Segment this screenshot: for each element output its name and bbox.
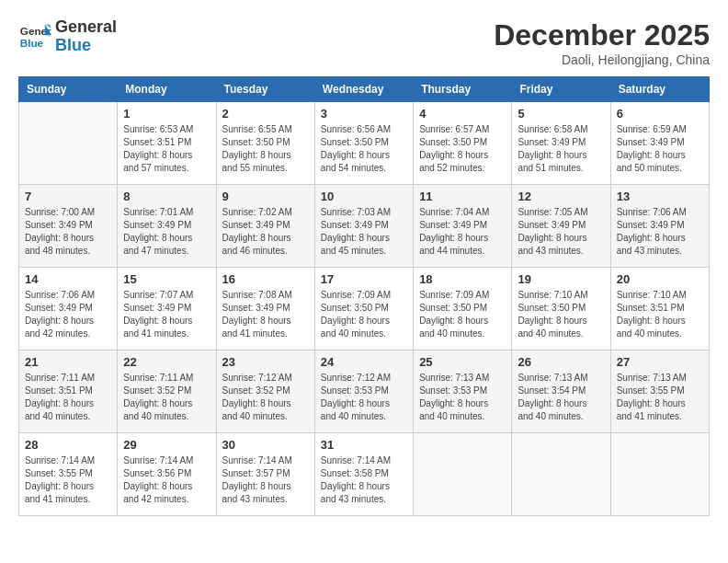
day-number: 3	[321, 107, 407, 121]
calendar-cell: 7Sunrise: 7:00 AM Sunset: 3:49 PM Daylig…	[19, 185, 118, 268]
calendar-week-row: 7Sunrise: 7:00 AM Sunset: 3:49 PM Daylig…	[19, 185, 710, 268]
calendar-cell: 13Sunrise: 7:06 AM Sunset: 3:49 PM Dayli…	[610, 185, 709, 268]
day-info: Sunrise: 7:05 AM Sunset: 3:49 PM Dayligh…	[518, 206, 604, 258]
weekday-header-monday: Monday	[118, 77, 216, 102]
day-info: Sunrise: 7:10 AM Sunset: 3:51 PM Dayligh…	[617, 289, 703, 340]
calendar-cell: 28Sunrise: 7:14 AM Sunset: 3:55 PM Dayli…	[19, 433, 118, 516]
calendar-cell: 5Sunrise: 6:58 AM Sunset: 3:49 PM Daylig…	[512, 102, 610, 185]
day-info: Sunrise: 7:13 AM Sunset: 3:54 PM Dayligh…	[518, 372, 604, 423]
day-info: Sunrise: 7:02 AM Sunset: 3:49 PM Dayligh…	[222, 206, 309, 258]
calendar-cell: 31Sunrise: 7:14 AM Sunset: 3:58 PM Dayli…	[314, 433, 413, 516]
day-info: Sunrise: 6:55 AM Sunset: 3:50 PM Dayligh…	[222, 123, 309, 175]
day-number: 6	[617, 107, 703, 121]
calendar-cell: 6Sunrise: 6:59 AM Sunset: 3:49 PM Daylig…	[610, 102, 709, 185]
day-number: 10	[321, 190, 407, 203]
day-number: 22	[123, 355, 210, 369]
day-info: Sunrise: 7:06 AM Sunset: 3:49 PM Dayligh…	[25, 289, 111, 340]
day-number: 20	[617, 272, 703, 286]
weekday-header-row: SundayMondayTuesdayWednesdayThursdayFrid…	[19, 77, 710, 102]
weekday-header-wednesday: Wednesday	[314, 77, 413, 102]
day-info: Sunrise: 7:06 AM Sunset: 3:49 PM Dayligh…	[617, 206, 703, 258]
logo-text: General Blue	[55, 18, 117, 55]
calendar-cell: 9Sunrise: 7:02 AM Sunset: 3:49 PM Daylig…	[216, 185, 314, 268]
calendar-cell: 25Sunrise: 7:13 AM Sunset: 3:53 PM Dayli…	[414, 350, 512, 433]
location-subtitle: Daoli, Heilongjiang, China	[494, 52, 710, 67]
day-info: Sunrise: 7:00 AM Sunset: 3:49 PM Dayligh…	[25, 206, 111, 258]
day-number: 24	[321, 355, 407, 369]
weekday-header-friday: Friday	[512, 77, 610, 102]
calendar-cell: 4Sunrise: 6:57 AM Sunset: 3:50 PM Daylig…	[414, 102, 512, 185]
day-number: 26	[518, 355, 604, 369]
calendar-cell: 27Sunrise: 7:13 AM Sunset: 3:55 PM Dayli…	[610, 350, 709, 433]
day-info: Sunrise: 7:12 AM Sunset: 3:52 PM Dayligh…	[222, 372, 309, 423]
day-number: 17	[321, 272, 407, 286]
day-number: 31	[321, 438, 407, 452]
month-title: December 2025	[494, 18, 710, 52]
weekday-header-sunday: Sunday	[19, 77, 118, 102]
title-block: December 2025 Daoli, Heilongjiang, China	[494, 18, 710, 67]
calendar-cell: 1Sunrise: 6:53 AM Sunset: 3:51 PM Daylig…	[118, 102, 216, 185]
calendar-cell: 24Sunrise: 7:12 AM Sunset: 3:53 PM Dayli…	[314, 350, 413, 433]
day-info: Sunrise: 7:07 AM Sunset: 3:49 PM Dayligh…	[123, 289, 210, 340]
day-info: Sunrise: 6:57 AM Sunset: 3:50 PM Dayligh…	[419, 123, 506, 175]
day-info: Sunrise: 6:53 AM Sunset: 3:51 PM Dayligh…	[123, 123, 210, 175]
day-info: Sunrise: 7:08 AM Sunset: 3:49 PM Dayligh…	[222, 289, 309, 340]
logo: General Blue General Blue	[18, 18, 117, 55]
weekday-header-saturday: Saturday	[610, 77, 709, 102]
day-info: Sunrise: 7:13 AM Sunset: 3:55 PM Dayligh…	[617, 372, 703, 423]
day-info: Sunrise: 7:14 AM Sunset: 3:56 PM Dayligh…	[123, 454, 210, 506]
calendar-cell	[512, 433, 610, 516]
calendar-cell: 23Sunrise: 7:12 AM Sunset: 3:52 PM Dayli…	[216, 350, 314, 433]
calendar-cell: 18Sunrise: 7:09 AM Sunset: 3:50 PM Dayli…	[414, 268, 512, 350]
day-number: 2	[222, 107, 309, 121]
calendar-cell: 26Sunrise: 7:13 AM Sunset: 3:54 PM Dayli…	[512, 350, 610, 433]
calendar-cell: 16Sunrise: 7:08 AM Sunset: 3:49 PM Dayli…	[216, 268, 314, 350]
day-number: 5	[518, 107, 604, 121]
day-info: Sunrise: 6:58 AM Sunset: 3:49 PM Dayligh…	[518, 123, 604, 175]
day-number: 29	[123, 438, 210, 452]
day-number: 28	[25, 438, 111, 452]
calendar-cell: 22Sunrise: 7:11 AM Sunset: 3:52 PM Dayli…	[118, 350, 216, 433]
calendar-cell: 12Sunrise: 7:05 AM Sunset: 3:49 PM Dayli…	[512, 185, 610, 268]
day-info: Sunrise: 7:09 AM Sunset: 3:50 PM Dayligh…	[419, 289, 506, 340]
day-info: Sunrise: 7:11 AM Sunset: 3:52 PM Dayligh…	[123, 372, 210, 423]
day-info: Sunrise: 7:14 AM Sunset: 3:58 PM Dayligh…	[321, 454, 407, 506]
day-number: 7	[25, 190, 111, 203]
calendar-week-row: 14Sunrise: 7:06 AM Sunset: 3:49 PM Dayli…	[19, 268, 710, 350]
calendar-table: SundayMondayTuesdayWednesdayThursdayFrid…	[18, 76, 710, 516]
day-number: 14	[25, 272, 111, 286]
calendar-cell: 17Sunrise: 7:09 AM Sunset: 3:50 PM Dayli…	[314, 268, 413, 350]
day-info: Sunrise: 7:14 AM Sunset: 3:55 PM Dayligh…	[25, 454, 111, 506]
day-number: 11	[419, 190, 506, 203]
day-info: Sunrise: 7:04 AM Sunset: 3:49 PM Dayligh…	[419, 206, 506, 258]
day-number: 13	[617, 190, 703, 203]
logo-icon: General Blue	[18, 20, 51, 53]
day-number: 4	[419, 107, 506, 121]
day-number: 25	[419, 355, 506, 369]
day-number: 12	[518, 190, 604, 203]
day-info: Sunrise: 7:14 AM Sunset: 3:57 PM Dayligh…	[222, 454, 309, 506]
day-number: 9	[222, 190, 309, 203]
weekday-header-tuesday: Tuesday	[216, 77, 314, 102]
day-number: 18	[419, 272, 506, 286]
calendar-cell: 14Sunrise: 7:06 AM Sunset: 3:49 PM Dayli…	[19, 268, 118, 350]
day-info: Sunrise: 7:12 AM Sunset: 3:53 PM Dayligh…	[321, 372, 407, 423]
calendar-cell: 19Sunrise: 7:10 AM Sunset: 3:50 PM Dayli…	[512, 268, 610, 350]
day-number: 23	[222, 355, 309, 369]
calendar-cell: 11Sunrise: 7:04 AM Sunset: 3:49 PM Dayli…	[414, 185, 512, 268]
calendar-week-row: 28Sunrise: 7:14 AM Sunset: 3:55 PM Dayli…	[19, 433, 710, 516]
day-number: 27	[617, 355, 703, 369]
day-number: 1	[123, 107, 210, 121]
day-info: Sunrise: 7:11 AM Sunset: 3:51 PM Dayligh…	[25, 372, 111, 423]
logo-blue: Blue	[55, 36, 91, 54]
day-info: Sunrise: 7:13 AM Sunset: 3:53 PM Dayligh…	[419, 372, 506, 423]
calendar-cell: 15Sunrise: 7:07 AM Sunset: 3:49 PM Dayli…	[118, 268, 216, 350]
day-number: 21	[25, 355, 111, 369]
day-number: 8	[123, 190, 210, 203]
logo-general: General	[55, 17, 117, 36]
svg-text:Blue: Blue	[20, 37, 44, 49]
page-header: General Blue General Blue December 2025 …	[18, 18, 710, 67]
calendar-cell: 29Sunrise: 7:14 AM Sunset: 3:56 PM Dayli…	[118, 433, 216, 516]
day-number: 30	[222, 438, 309, 452]
day-info: Sunrise: 6:56 AM Sunset: 3:50 PM Dayligh…	[321, 123, 407, 175]
